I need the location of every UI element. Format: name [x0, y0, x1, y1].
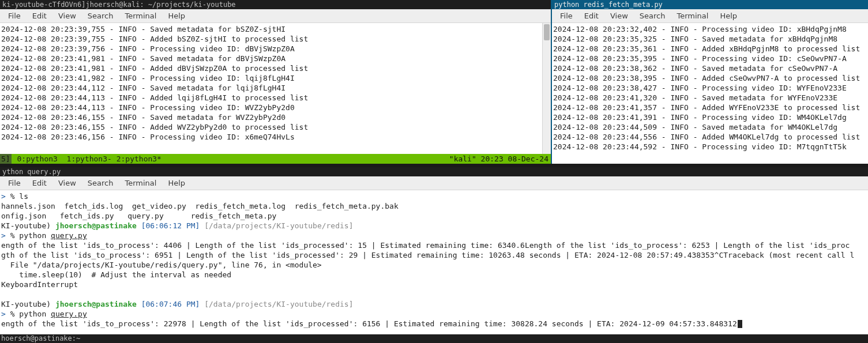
menu-terminal[interactable]: Terminal — [119, 178, 162, 189]
window-title: ython query.py — [0, 167, 868, 176]
menu-file[interactable]: File — [2, 10, 27, 21]
log-line: 2024-12-08 20:23:41,391 - INFO - Process… — [553, 112, 867, 122]
menu-bar: File Edit View Search Terminal Help — [0, 176, 868, 190]
menu-terminal[interactable]: Terminal — [119, 10, 162, 21]
menu-edit[interactable]: Edit — [578, 10, 604, 21]
log-line: 2024-12-08 20:23:38,427 - INFO - Process… — [553, 83, 867, 93]
prompt-line: KI-youtube) jhoersch@pastinake [06:07:46… — [1, 299, 867, 309]
prompt-line: > % python query.py — [1, 231, 867, 240]
output-line: onfig.json fetch_ids.py query.py redis_f… — [1, 211, 867, 221]
menu-file[interactable]: File — [554, 10, 578, 21]
menu-search[interactable]: Search — [82, 178, 119, 189]
menu-search[interactable]: Search — [82, 10, 119, 21]
log-line: 2024-12-08 20:23:46,155 - INFO - Added W… — [1, 122, 550, 132]
log-line: 2024-12-08 20:23:38,395 - INFO - Added c… — [553, 73, 867, 83]
log-line: 2024-12-08 20:23:41,320 - INFO - Saved m… — [553, 93, 867, 103]
log-line: 2024-12-08 20:23:44,112 - INFO - Saved m… — [1, 83, 550, 93]
menu-bar: File Edit View Search Terminal Help — [552, 9, 868, 23]
log-line — [1, 142, 550, 152]
menu-view[interactable]: View — [52, 178, 82, 189]
log-line: 2024-12-08 20:23:32,402 - INFO - Process… — [553, 24, 867, 34]
output-line: gth of the list 'ids_to_process': 6951 |… — [1, 250, 867, 260]
log-line: 2024-12-08 20:23:39,755 - INFO - Added b… — [1, 34, 550, 44]
log-line: 2024-12-08 20:23:44,113 - INFO - Added l… — [1, 93, 550, 103]
log-line: 2024-12-08 20:23:38,362 - INFO - Saved m… — [553, 63, 867, 73]
log-line: 2024-12-08 20:23:35,325 - INFO - Saved m… — [553, 34, 867, 44]
desktop-statusbar: hoersch@pastinake:~ — [0, 334, 868, 343]
output-line: KeyboardInterrupt — [1, 280, 867, 289]
output-line: File "/data/projects/KI-youtube/redis/qu… — [1, 260, 867, 270]
menu-view[interactable]: View — [604, 10, 634, 21]
prompt-line: > % python query.py — [1, 309, 867, 319]
tmux-windows[interactable]: 0:python3 1:python3- 2:python3* — [12, 154, 163, 164]
log-line: 2024-12-08 20:23:41,982 - INFO - Process… — [1, 73, 550, 83]
menu-file[interactable]: File — [2, 178, 27, 189]
log-line: 2024-12-08 20:23:44,509 - INFO - Saved m… — [553, 122, 867, 132]
log-line: 2024-12-08 20:23:46,155 - INFO - Saved m… — [1, 112, 550, 122]
terminal-pane-bottom: ython query.py File Edit View Search Ter… — [0, 167, 868, 334]
scrollbar-thumb[interactable] — [544, 24, 550, 40]
terminal-output[interactable]: 2024-12-08 20:23:32,402 - INFO - Process… — [552, 23, 868, 164]
prompt-line: KI-youtube) jhoersch@pastinake [06:06:12… — [1, 221, 867, 231]
log-line: 2024-12-08 20:23:44,556 - INFO - Added W… — [553, 132, 867, 142]
log-line: 2024-12-08 20:23:41,357 - INFO - Added W… — [553, 103, 867, 112]
menu-help[interactable]: Help — [162, 10, 191, 21]
output-line — [1, 289, 867, 299]
log-line: 2024-12-08 20:23:44,113 - INFO - Process… — [1, 103, 550, 112]
tmux-fill — [163, 154, 449, 164]
menu-bar: File Edit View Search Terminal Help — [0, 9, 551, 23]
log-line: 2024-12-08 20:23:44,592 - INFO - Process… — [553, 142, 867, 152]
menu-terminal[interactable]: Terminal — [671, 10, 714, 21]
menu-search[interactable]: Search — [634, 10, 671, 21]
tmux-session: 5] — [0, 154, 12, 164]
output-line: ength of the list 'ids_to_process': 2297… — [1, 319, 867, 329]
terminal-pane-top-right: python redis_fetch_meta.py File Edit Vie… — [551, 0, 868, 164]
output-line: ength of the list 'ids_to_process': 4406… — [1, 240, 867, 250]
prompt-line: > % ls — [1, 191, 867, 201]
terminal-output[interactable]: > % ls hannels.json fetch_ids.log get_vi… — [0, 190, 868, 334]
tmux-status-bar: 5] 0:python3 1:python3- 2:python3* "kali… — [0, 154, 551, 164]
terminal-pane-top-left: ki-youtube-cTfdOVn6]jhoersch@kali: ~/pro… — [0, 0, 551, 164]
log-line: 2024-12-08 20:23:35,361 - INFO - Added x… — [553, 44, 867, 54]
log-line: 2024-12-08 20:23:39,756 - INFO - Process… — [1, 44, 550, 54]
scrollbar[interactable] — [542, 23, 551, 154]
output-line: time.sleep(10) # Adjust the interval as … — [1, 270, 867, 280]
log-line: 2024-12-08 20:23:39,755 - INFO - Saved m… — [1, 24, 550, 34]
log-line: 2024-12-08 20:23:41,981 - INFO - Saved m… — [1, 54, 550, 63]
menu-edit[interactable]: Edit — [27, 178, 52, 189]
log-line: 2024-12-08 20:23:35,395 - INFO - Process… — [553, 54, 867, 63]
window-title: python redis_fetch_meta.py — [552, 0, 868, 9]
cursor-icon — [738, 320, 742, 328]
window-title: ki-youtube-cTfdOVn6]jhoersch@kali: ~/pro… — [0, 0, 551, 9]
menu-help[interactable]: Help — [162, 178, 191, 189]
log-line: 2024-12-08 20:23:41,981 - INFO - Added d… — [1, 63, 550, 73]
log-line: 2024-12-08 20:23:46,156 - INFO - Process… — [1, 132, 550, 142]
tmux-clock: "kali" 20:23 08-Dec-24 — [449, 154, 551, 164]
menu-view[interactable]: View — [52, 10, 82, 21]
terminal-output[interactable]: 2024-12-08 20:23:39,755 - INFO - Saved m… — [0, 23, 551, 154]
output-line: hannels.json fetch_ids.log get_video.py … — [1, 201, 867, 211]
menu-help[interactable]: Help — [714, 10, 743, 21]
menu-edit[interactable]: Edit — [27, 10, 52, 21]
